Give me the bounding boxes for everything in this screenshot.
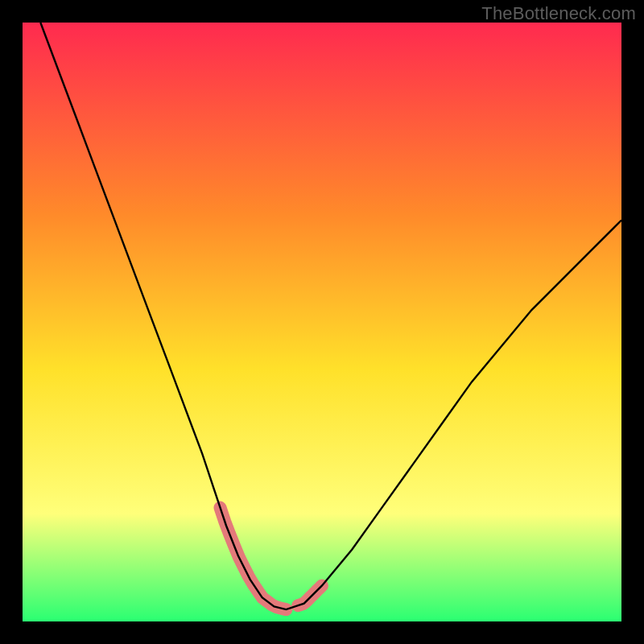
curve-layer [23,23,621,621]
chart-frame: TheBottleneck.com [0,0,644,644]
watermark-text: TheBottleneck.com [481,3,636,24]
plot-area [23,23,621,621]
bottleneck-curve [40,23,621,609]
highlight-segments [221,508,323,610]
